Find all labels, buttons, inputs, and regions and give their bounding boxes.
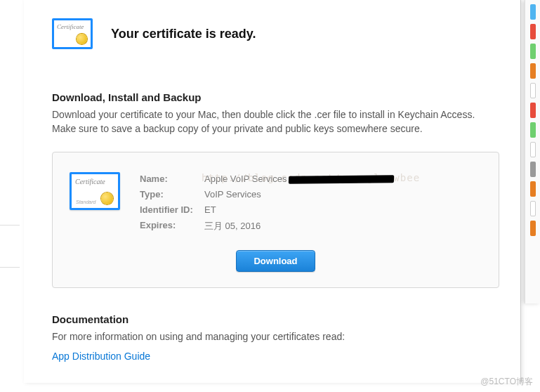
name-value: Apple VoIP Services — [204, 174, 394, 184]
page-title: Your certificate is ready. — [111, 27, 256, 41]
name-label: Name: — [140, 174, 204, 184]
download-button[interactable]: Download — [236, 250, 315, 272]
header: Your certificate is ready. — [52, 18, 499, 49]
certificate-details-box: Standard http://blog.csdn.net/openglnewb… — [52, 152, 499, 288]
app-distribution-guide-link[interactable]: App Distribution Guide — [52, 351, 150, 362]
identifier-value: ET — [204, 204, 216, 215]
expires-label: Expires: — [140, 220, 204, 233]
documentation-text: For more information on using and managi… — [52, 329, 499, 344]
right-sidebar-fragment — [525, 0, 540, 303]
field-expires: Expires: 三月 05, 2016 — [140, 220, 482, 233]
redacted-text — [288, 175, 393, 183]
expires-value: 三月 05, 2016 — [204, 220, 261, 233]
left-margin — [0, 0, 24, 392]
field-identifier: Identifier ID: ET — [140, 204, 482, 215]
documentation-title: Documentation — [52, 313, 499, 325]
type-label: Type: — [140, 189, 204, 200]
download-section-title: Download, Install and Backup — [52, 91, 499, 103]
corner-watermark: @51CTO博客 — [480, 376, 533, 388]
type-value: VoIP Services — [204, 189, 261, 200]
certificate-standard-icon: Standard — [70, 172, 120, 210]
field-type: Type: VoIP Services — [140, 189, 482, 200]
download-section-text: Download your certificate to your Mac, t… — [52, 107, 499, 136]
content-panel: Your certificate is ready. Download, Ins… — [24, 0, 521, 383]
field-name: Name: Apple VoIP Services — [140, 174, 482, 184]
certificate-icon — [52, 18, 93, 49]
identifier-label: Identifier ID: — [140, 204, 204, 215]
